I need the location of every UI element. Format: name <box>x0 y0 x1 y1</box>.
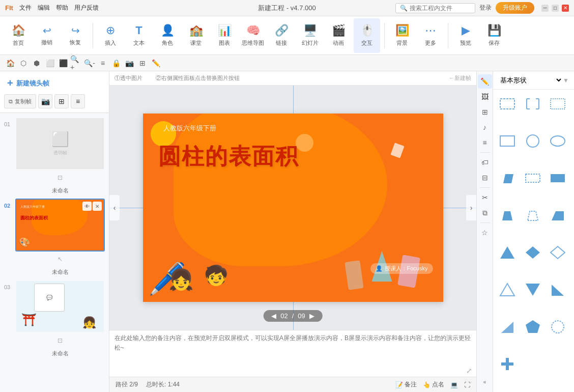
slide-02-cursor-icon[interactable]: ↖ <box>54 254 66 265</box>
right-icon-pen[interactable]: ✏️ <box>478 74 492 89</box>
menu-help[interactable]: 帮助 <box>56 4 68 12</box>
login-button[interactable]: 登录 <box>479 4 492 12</box>
slide-03-preview: ⛩️ 👧 💬 <box>16 281 104 332</box>
slide-thumb-02[interactable]: 人教版六年级下册 圆柱的表面积 🎨 👁 ✕ <box>15 199 105 251</box>
right-icon-star[interactable]: ☆ <box>478 226 492 240</box>
shape-right-triangle[interactable] <box>547 278 569 301</box>
shape-rect-filled[interactable] <box>547 167 569 189</box>
shape-triangle-filled2[interactable] <box>522 278 544 301</box>
minimize-button[interactable]: ─ <box>541 5 549 12</box>
sub-home-icon[interactable]: 🏠 <box>4 57 16 69</box>
menu-edit[interactable]: 编辑 <box>38 4 50 12</box>
toolbar-animation[interactable]: 🎬 动画 <box>325 18 352 53</box>
toolbar-preview[interactable]: ▶ 预览 <box>452 18 479 53</box>
toolbar-text[interactable]: T 文本 <box>126 18 152 53</box>
slide-thumb-03[interactable]: ⛩️ 👧 💬 <box>15 280 105 333</box>
right-icon-scissors[interactable]: ✂ <box>478 190 492 205</box>
shape-trapezoid-filled[interactable] <box>496 204 519 227</box>
slide-03-tool-icon[interactable]: ⊡ <box>54 335 66 346</box>
slide-02-preview-btn[interactable]: 👁 <box>82 202 92 211</box>
sub-camera-icon[interactable]: 📷 <box>123 57 135 69</box>
toolbar-undo[interactable]: ↩ 撤销 <box>34 18 60 53</box>
new-frame-button[interactable]: + 新建镜头帧 <box>4 75 105 91</box>
shape-rect-dashed[interactable] <box>496 93 519 115</box>
shape-diamond-outline[interactable] <box>547 241 569 264</box>
shape-diamond-filled[interactable] <box>522 241 544 264</box>
right-icon-collapse[interactable]: « <box>478 375 492 389</box>
shape-circle-dotted[interactable] <box>547 316 569 338</box>
canvas-nav-right[interactable]: › <box>466 195 476 220</box>
search-input[interactable] <box>410 5 471 12</box>
shape-bracket[interactable] <box>522 93 544 115</box>
toolbar-link[interactable]: 🔗 链接 <box>268 18 295 53</box>
right-icon-music[interactable]: ♪ <box>478 120 492 134</box>
sub-shape4-icon[interactable]: ⬛ <box>57 57 69 69</box>
slide-01-tool-icon[interactable]: ⊡ <box>54 172 66 183</box>
toolbar-insert[interactable]: ⊕ 插入 <box>97 18 124 53</box>
right-icon-badge[interactable]: 🏷 <box>478 155 492 170</box>
sub-shape2-icon[interactable]: ⬢ <box>31 57 43 69</box>
canvas-nav-left[interactable]: ‹ <box>109 195 120 220</box>
notes-button[interactable]: 📝 备注 <box>395 380 417 389</box>
notes-textarea[interactable] <box>114 333 471 374</box>
toolbar-role[interactable]: 👤 角色 <box>154 18 181 53</box>
sub-shape3-icon[interactable]: ⬜ <box>44 57 56 69</box>
right-icon-image[interactable]: 🖼 <box>478 90 492 104</box>
shapes-category-select[interactable]: 基本形状 <box>498 76 563 85</box>
right-icon-stack[interactable]: ⧉ <box>478 206 492 220</box>
toolbar-more[interactable]: ⋯ 更多 <box>417 18 444 53</box>
canvas-slide[interactable]: 人教版六年级下册 圆柱的表面积 👤 授课人：Focusky 🖊️ 👧 🧒 <box>143 114 443 302</box>
maximize-button[interactable]: □ <box>552 5 559 12</box>
menu-file[interactable]: 文件 <box>19 4 32 12</box>
fullscreen-button[interactable]: ⛶ <box>464 381 470 388</box>
frame-view-button[interactable]: ⊞ <box>54 94 69 108</box>
slide-number-02: 02 <box>4 203 12 209</box>
toolbar-redo[interactable]: ↪ 恢复 <box>62 18 89 53</box>
right-icon-table[interactable]: ⊞ <box>478 105 492 119</box>
menu-feedback[interactable]: 用户反馈 <box>74 4 99 12</box>
sub-misc-icon[interactable]: ✏️ <box>150 57 162 69</box>
notes-expand-button[interactable]: ⤢ <box>466 367 472 375</box>
shape-right-triangle2[interactable] <box>496 316 519 338</box>
sub-grid-icon[interactable]: ⊞ <box>136 57 149 69</box>
toolbar-class[interactable]: 🏫 课堂 <box>183 18 209 53</box>
sub-shape1-icon[interactable]: ⬡ <box>17 57 30 69</box>
right-icon-list[interactable]: ≡ <box>478 135 492 150</box>
sub-lock-icon[interactable]: 🔒 <box>110 57 122 69</box>
shape-triangle-up[interactable] <box>496 241 519 264</box>
page-prev-icon[interactable]: ◀ <box>271 312 276 320</box>
shape-rect-dotted[interactable] <box>547 93 569 115</box>
toolbar-chart[interactable]: 📊 图表 <box>211 18 238 53</box>
sub-zoomin-icon[interactable]: 🔍+ <box>70 57 82 69</box>
close-button[interactable]: ✕ <box>562 5 569 12</box>
toolbar-home[interactable]: 🏠 首页 <box>5 18 32 53</box>
pointer-button[interactable]: 👆 点名 <box>423 380 444 389</box>
shape-plus[interactable] <box>496 353 519 375</box>
page-next-icon[interactable]: ▶ <box>309 312 314 320</box>
shape-ellipse-outline[interactable] <box>547 130 569 152</box>
shape-parallelogram-solid[interactable] <box>496 167 519 189</box>
toolbar-save[interactable]: 💾 保存 <box>481 18 507 53</box>
shape-rect-solid[interactable] <box>496 130 519 152</box>
shape-trapezoid-dashed[interactable] <box>522 204 544 227</box>
toolbar-background[interactable]: 🖼️ 背景 <box>389 18 415 53</box>
toolbar-slideshow[interactable]: 🖥️ 幻灯片 <box>297 18 323 53</box>
shape-triangle-outline[interactable] <box>496 278 519 301</box>
shape-pentagon-filled[interactable] <box>522 316 544 338</box>
search-box[interactable]: 🔍 <box>395 3 475 13</box>
camera-small-button[interactable]: 📷 <box>38 94 52 108</box>
shape-rect-dotted3[interactable] <box>522 167 544 189</box>
upgrade-button[interactable]: 升级账户 <box>496 2 534 14</box>
sub-zoomout-icon[interactable]: 🔍- <box>83 57 96 69</box>
toolbar-mindmap[interactable]: 🧠 思维导图 <box>240 18 266 53</box>
right-icon-grid[interactable]: ⊟ <box>478 171 492 185</box>
toolbar-interact[interactable]: 🖱️ 交互 <box>354 18 380 53</box>
frame-list-button[interactable]: ≡ <box>71 94 85 108</box>
shape-right-trapezoid[interactable] <box>547 204 569 227</box>
slide-thumb-01[interactable]: ⬜ 透明帧 <box>15 117 105 170</box>
screen-button[interactable]: 💻 <box>450 381 458 388</box>
sub-align-icon[interactable]: ≡ <box>97 57 109 69</box>
slide-02-delete-btn[interactable]: ✕ <box>93 202 102 211</box>
copy-frame-button[interactable]: ⧉ 复制帧 <box>4 94 36 108</box>
shape-circle-outline[interactable] <box>522 130 544 152</box>
